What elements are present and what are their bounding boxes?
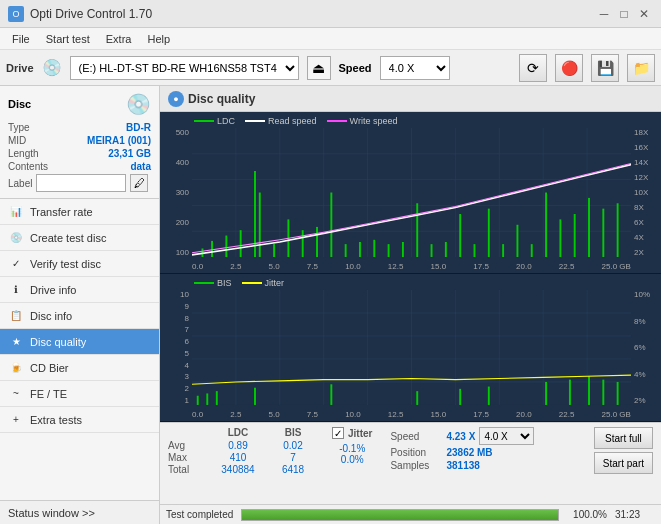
- svg-rect-24: [330, 193, 332, 258]
- speed-value-stat: 4.23 X: [446, 431, 475, 442]
- stats-area: LDC BIS Avg 0.89 0.02 Max 410 7 Total: [160, 422, 661, 504]
- write-speed-legend-label: Write speed: [350, 116, 398, 126]
- stats-ldc-bis-table: LDC BIS Avg 0.89 0.02 Max 410 7 Total: [168, 427, 318, 475]
- disc-quality-header-icon: ●: [168, 91, 184, 107]
- jitter-legend-color: [242, 282, 262, 284]
- toolbar-btn-2[interactable]: 🔴: [555, 54, 583, 82]
- svg-rect-66: [488, 387, 490, 405]
- drive-info-icon: ℹ: [8, 282, 24, 298]
- speed-label-stat: Speed: [390, 431, 442, 442]
- toolbar-btn-4[interactable]: 📁: [627, 54, 655, 82]
- sidebar-item-fe-te[interactable]: ~ FE / TE: [0, 381, 159, 407]
- x1-25.0: 25.0 GB: [602, 262, 631, 271]
- label-edit-button[interactable]: 🖊: [130, 174, 148, 192]
- svg-rect-63: [330, 384, 332, 405]
- y2-9: 9: [185, 302, 189, 311]
- close-button[interactable]: ✕: [635, 5, 653, 23]
- position-label: Position: [390, 447, 442, 458]
- svg-rect-39: [545, 193, 547, 258]
- chart2-container: BIS Jitter 10 9 8 7 6 5 4 3: [160, 274, 661, 422]
- cd-bier-icon: 🍺: [8, 360, 24, 376]
- svg-rect-41: [574, 214, 576, 257]
- create-test-disc-icon: 💿: [8, 230, 24, 246]
- stats-avg-label: Avg: [168, 440, 208, 451]
- svg-rect-26: [359, 242, 361, 257]
- stats-total-ldc: 340884: [208, 464, 268, 475]
- svg-rect-17: [240, 230, 242, 257]
- svg-rect-19: [259, 193, 261, 258]
- disc-quality-title: Disc quality: [188, 92, 255, 106]
- speed-select-stat[interactable]: 4.0 X: [479, 427, 534, 445]
- legend-bis: BIS: [194, 278, 232, 288]
- svg-rect-61: [216, 391, 218, 405]
- y2-5: 5: [185, 349, 189, 358]
- bis-legend-color: [194, 282, 214, 284]
- svg-rect-27: [373, 240, 375, 257]
- charts-area: LDC Read speed Write speed 500 400 300: [160, 112, 661, 422]
- type-label: Type: [8, 122, 30, 133]
- chart1-yaxis-right: 18X 16X 14X 12X 10X 8X 6X 4X 2X: [631, 128, 661, 257]
- disc-quality-icon: ★: [8, 334, 24, 350]
- stats-max-label: Max: [168, 452, 208, 463]
- svg-rect-35: [488, 209, 490, 257]
- svg-rect-68: [569, 380, 571, 405]
- stats-max-ldc: 410: [208, 452, 268, 463]
- toolbar-btn-3[interactable]: 💾: [591, 54, 619, 82]
- svg-rect-70: [602, 380, 604, 405]
- sidebar-item-disc-info[interactable]: 📋 Disc info: [0, 303, 159, 329]
- svg-rect-44: [617, 203, 619, 257]
- sidebar-item-create-test-disc[interactable]: 💿 Create test disc: [0, 225, 159, 251]
- start-full-button[interactable]: Start full: [594, 427, 653, 449]
- sidebar-item-transfer-rate[interactable]: 📊 Transfer rate: [0, 199, 159, 225]
- minimize-button[interactable]: ─: [595, 5, 613, 23]
- eject-button[interactable]: ⏏: [307, 56, 331, 80]
- svg-rect-30: [416, 203, 418, 257]
- y1-300: 300: [176, 188, 189, 197]
- menu-file[interactable]: File: [4, 31, 38, 47]
- start-part-button[interactable]: Start part: [594, 452, 653, 474]
- svg-rect-36: [502, 244, 504, 257]
- jitter-checkbox[interactable]: ✓: [332, 427, 344, 439]
- svg-rect-60: [206, 394, 208, 405]
- drivebar: Drive 💿 (E:) HL-DT-ST BD-RE WH16NS58 TST…: [0, 50, 661, 86]
- svg-rect-25: [345, 244, 347, 257]
- ldc-legend-color: [194, 120, 214, 122]
- sidebar-item-extra-tests[interactable]: + Extra tests: [0, 407, 159, 433]
- status-window-button[interactable]: Status window >>: [0, 500, 159, 524]
- chart1-yaxis-left: 500 400 300 200 100: [160, 128, 192, 257]
- y1r-16x: 16X: [634, 143, 648, 152]
- speed-select[interactable]: 4.0 X: [380, 56, 450, 80]
- y2-8: 8: [185, 314, 189, 323]
- menu-start-test[interactable]: Start test: [38, 31, 98, 47]
- sidebar-item-verify-test-disc[interactable]: ✓ Verify test disc: [0, 251, 159, 277]
- menu-help[interactable]: Help: [139, 31, 178, 47]
- progress-area: Test completed 100.0% 31:23: [160, 504, 661, 524]
- y2-6: 6: [185, 337, 189, 346]
- y1-400: 400: [176, 158, 189, 167]
- maximize-button[interactable]: □: [615, 5, 633, 23]
- write-speed-legend-color: [327, 120, 347, 122]
- drive-select[interactable]: (E:) HL-DT-ST BD-RE WH16NS58 TST4: [70, 56, 299, 80]
- stats-empty-header: [168, 427, 208, 438]
- sidebar-item-verify-test-disc-label: Verify test disc: [30, 258, 101, 270]
- chart1-xaxis: 0.0 2.5 5.0 7.5 10.0 12.5 15.0 17.5 20.0…: [192, 262, 631, 271]
- legend-jitter: Jitter: [242, 278, 285, 288]
- content-area: ● Disc quality LDC Read speed: [160, 86, 661, 524]
- sidebar: Disc 💿 Type BD-R MID MEIRA1 (001) Length…: [0, 86, 160, 524]
- svg-rect-22: [302, 230, 304, 257]
- chart2-legend: BIS Jitter: [194, 278, 284, 288]
- y2-4: 4: [185, 361, 189, 370]
- toolbar-btn-1[interactable]: ⟳: [519, 54, 547, 82]
- y1r-6x: 6X: [634, 218, 644, 227]
- type-value: BD-R: [126, 122, 151, 133]
- menu-extra[interactable]: Extra: [98, 31, 140, 47]
- label-input[interactable]: [36, 174, 126, 192]
- sidebar-item-cd-bier[interactable]: 🍺 CD Bier: [0, 355, 159, 381]
- progress-bar-container: [241, 509, 559, 521]
- sidebar-item-drive-info[interactable]: ℹ Drive info: [0, 277, 159, 303]
- jitter-legend-label: Jitter: [265, 278, 285, 288]
- sidebar-item-drive-info-label: Drive info: [30, 284, 76, 296]
- y1r-10x: 10X: [634, 188, 648, 197]
- sidebar-item-disc-quality[interactable]: ★ Disc quality: [0, 329, 159, 355]
- y1r-14x: 14X: [634, 158, 648, 167]
